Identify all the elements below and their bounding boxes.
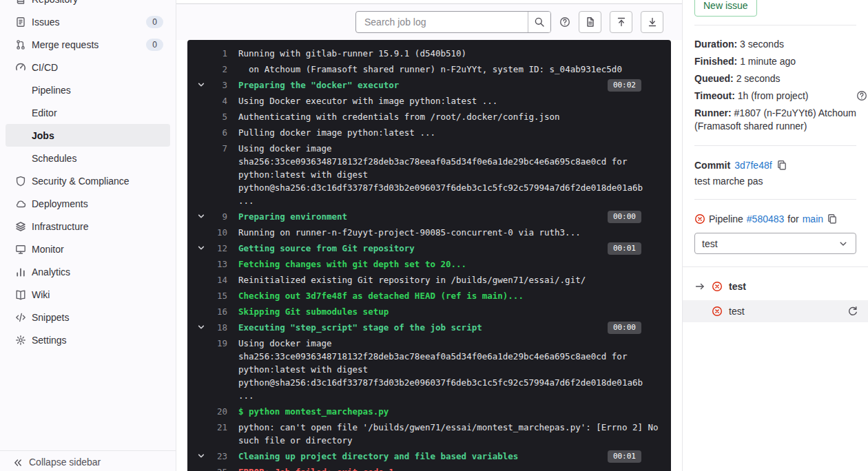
commit-row: Commit 3d7fe48f <box>694 160 856 171</box>
divider <box>694 199 856 200</box>
log-line-text: Running with gitlab-runner 15.9.1 (d540b… <box>238 47 660 60</box>
log-section-row[interactable]: 3Preparing the "docker" executor00:02 <box>187 77 671 93</box>
log-section-row[interactable]: 18Executing "step_script" stage of the j… <box>187 320 671 335</box>
log-line-text: Reinitialized existing Git repository in… <box>238 273 660 286</box>
pipeline-for-label: for <box>787 213 798 224</box>
sidebar-item-issues[interactable]: Issues0 <box>6 10 170 33</box>
log-line-number[interactable]: 6 <box>187 126 238 139</box>
chevron-down-icon[interactable] <box>196 243 206 253</box>
log-line-number[interactable]: 7 <box>187 142 238 207</box>
show-raw-log-button[interactable] <box>579 11 601 33</box>
log-line-text: Running on runner-n-f2uyyt-project-90085… <box>238 226 660 239</box>
sidebar-item-label: Settings <box>32 335 67 346</box>
repository-icon <box>15 0 26 5</box>
section-duration-badge: 00:01 <box>608 450 641 463</box>
double-chevron-left-icon <box>12 457 23 468</box>
sidebar-item-schedules[interactable]: Schedules <box>6 147 170 169</box>
log-line-number[interactable]: 19 <box>187 337 238 402</box>
pipeline-label: Pipeline <box>709 213 743 224</box>
chevron-down-icon[interactable] <box>196 322 206 332</box>
search-input[interactable] <box>356 12 528 32</box>
job-details-list: Duration: 3 secondsFinished: 1 minute ag… <box>694 38 856 133</box>
detail-label: Runner: <box>694 107 734 118</box>
log-line-number[interactable]: 10 <box>187 226 238 239</box>
chevron-down-icon[interactable] <box>196 80 206 90</box>
sidebar-item-analytics[interactable]: Analytics <box>6 260 170 283</box>
retry-job-icon[interactable] <box>847 306 858 317</box>
log-line-text: Using docker image sha256:33ce0936348718… <box>238 142 660 207</box>
new-issue-button[interactable]: New issue <box>694 0 757 17</box>
log-line-number[interactable]: 21 <box>187 421 238 447</box>
sidebar-item-monitor[interactable]: Monitor <box>6 238 170 260</box>
detail-label: Finished: <box>694 56 740 67</box>
divider <box>694 145 856 146</box>
log-line-number[interactable]: 23 <box>187 450 238 463</box>
log-line-number[interactable]: 15 <box>187 289 238 302</box>
log-line-number[interactable]: 13 <box>187 258 238 271</box>
log-line-number[interactable]: 4 <box>187 94 238 107</box>
log-line-number[interactable]: 12 <box>187 242 238 255</box>
scroll-to-top-button[interactable] <box>610 11 632 33</box>
sidebar-item-ci-cd[interactable]: CI/CD <box>6 56 170 78</box>
search-submit-button[interactable] <box>528 12 550 32</box>
sidebar-item-label: Schedules <box>32 153 76 164</box>
copy-branch-icon[interactable] <box>827 213 838 224</box>
pipeline-id-link[interactable]: #580483 <box>747 213 785 224</box>
log-line-number[interactable]: 5 <box>187 110 238 123</box>
help-icon[interactable] <box>559 17 570 28</box>
log-line: 4Using Docker executor with image python… <box>187 93 671 109</box>
log-line-number[interactable]: 1 <box>187 47 238 60</box>
count-badge: 0 <box>146 39 163 51</box>
timeout-help-icon[interactable] <box>856 90 867 101</box>
log-line-number[interactable]: 3 <box>187 78 238 92</box>
sidebar-item-wiki[interactable]: Wiki <box>6 283 170 306</box>
sidebar-item-jobs[interactable]: Jobs <box>6 124 170 147</box>
sidebar-item-repository[interactable]: Repository <box>6 0 170 10</box>
sidebar-item-label: Editor <box>32 107 57 118</box>
log-line-number[interactable]: 2 <box>187 63 238 76</box>
section-duration-badge: 00:02 <box>608 79 641 92</box>
log-line-number[interactable]: 18 <box>187 321 238 334</box>
job-name: test <box>729 306 745 317</box>
stage-dropdown[interactable]: test <box>694 233 856 254</box>
sidebar-item-label: Pipelines <box>32 85 71 96</box>
stage-dropdown-value: test <box>702 238 718 249</box>
detail-duration: Duration: 3 seconds <box>694 38 856 51</box>
log-line-number[interactable]: 25 <box>187 465 238 471</box>
log-line: 15Checking out 3d7fe48f as detached HEAD… <box>187 288 671 304</box>
analytics-icon <box>15 266 26 278</box>
sidebar-item-label: Jobs <box>32 130 54 141</box>
stage-header-row: test <box>694 281 856 292</box>
scroll-up-icon <box>616 17 627 28</box>
sidebar-item-infrastructure[interactable]: Infrastructure <box>6 215 170 238</box>
log-line-number[interactable]: 9 <box>187 210 238 223</box>
sidebar-item-label: Snippets <box>32 312 69 323</box>
sidebar-item-snippets[interactable]: Snippets <box>6 306 170 328</box>
sidebar-item-editor[interactable]: Editor <box>6 101 170 124</box>
commit-sha-link[interactable]: 3d7fe48f <box>734 160 772 171</box>
log-section-row[interactable]: 9Preparing environment00:00 <box>187 209 671 224</box>
detail-finished: Finished: 1 minute ago <box>694 55 856 68</box>
log-line: 10Running on runner-n-f2uyyt-project-900… <box>187 224 671 240</box>
sidebar-item-merge-requests[interactable]: Merge requests0 <box>6 33 170 56</box>
copy-commit-sha-icon[interactable] <box>776 160 787 171</box>
log-line-number[interactable]: 20 <box>187 405 238 418</box>
log-line-text: python: can't open file '/builds/gwen71/… <box>238 421 660 447</box>
job-list-item[interactable]: test <box>683 300 868 322</box>
sidebar-item-settings[interactable]: Settings <box>6 328 170 351</box>
log-line-number[interactable]: 16 <box>187 305 238 318</box>
chevron-down-icon[interactable] <box>196 211 206 221</box>
collapse-sidebar-button[interactable]: Collapse sidebar <box>0 450 176 471</box>
log-line-text: Preparing environment <box>238 210 599 223</box>
log-section-row[interactable]: 12Getting source from Git repository00:0… <box>187 240 671 256</box>
log-line-number[interactable]: 14 <box>187 273 238 286</box>
sidebar-item-security-compliance[interactable]: Security & Compliance <box>6 169 170 192</box>
detail-timeout: Timeout: 1h (from project) <box>694 90 856 103</box>
sidebar-item-label: Repository <box>32 0 78 5</box>
chevron-down-icon[interactable] <box>196 451 206 461</box>
branch-link[interactable]: main <box>803 213 823 224</box>
sidebar-item-deployments[interactable]: Deployments <box>6 192 170 215</box>
scroll-to-bottom-button[interactable] <box>641 11 663 33</box>
log-section-row[interactable]: 23Cleaning up project directory and file… <box>187 448 671 464</box>
sidebar-item-pipelines[interactable]: Pipelines <box>6 78 170 101</box>
